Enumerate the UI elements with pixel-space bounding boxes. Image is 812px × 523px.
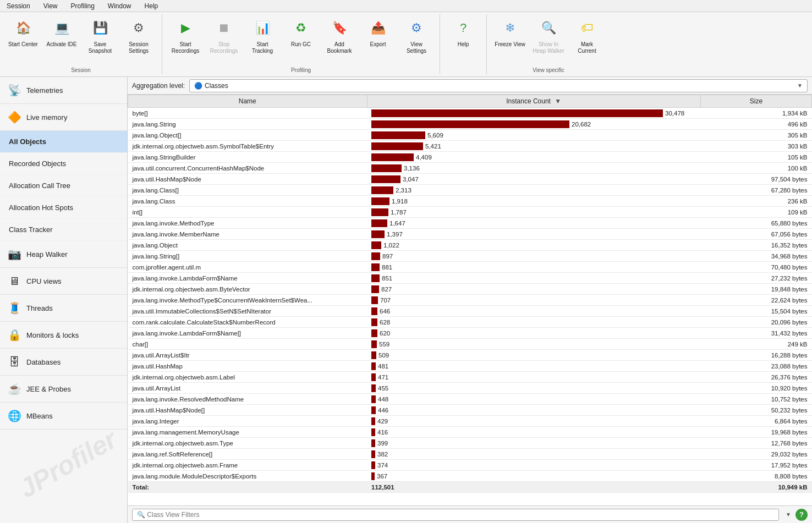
table-row[interactable]: jdk.internal.org.objectweb.asm.Label4712… xyxy=(128,372,812,383)
filter-help-button[interactable]: ? xyxy=(795,509,808,521)
menu-item-help[interactable]: Help xyxy=(142,1,161,11)
mark-current-button[interactable]: 🏷Mark Current xyxy=(568,14,606,64)
sidebar-item-databases[interactable]: 🗄Databases xyxy=(0,349,127,376)
heap-walker-label: Heap Walker xyxy=(26,250,68,258)
sidebar-item-telemetries[interactable]: 📡Telemetries xyxy=(0,77,127,104)
activate-ide-icon: 💻 xyxy=(52,18,72,38)
table-row[interactable]: java.lang.ref.SoftReference[]38229,032 b… xyxy=(128,449,812,460)
cell-count-32: 374 xyxy=(367,460,700,471)
menu-item-view[interactable]: View xyxy=(41,1,60,11)
sidebar-item-allocation-hot-spots[interactable]: Allocation Hot Spots xyxy=(0,197,127,219)
sidebar-item-all-objects[interactable]: All Objects xyxy=(0,131,127,153)
table-row[interactable]: java.util.concurrent.ConcurrentHashMap$N… xyxy=(128,163,812,174)
table-row[interactable]: java.lang.invoke.MethodType$ConcurrentWe… xyxy=(128,295,812,306)
content-area: Aggregation level: 🔵 Classes ▼ Name Inst… xyxy=(128,77,812,523)
aggregation-label: Aggregation level: xyxy=(132,82,185,90)
sidebar-item-live-memory[interactable]: 🔶Live memory xyxy=(0,104,127,131)
sidebar-item-jee-probes[interactable]: ☕JEE & Probes xyxy=(0,376,127,403)
freeze-view-button[interactable]: ❄Freeze View xyxy=(491,14,529,64)
run-gc-button[interactable]: ♻Run GC xyxy=(282,14,320,64)
cell-count-23: 481 xyxy=(367,361,700,372)
cell-size-31: 29,032 bytes xyxy=(700,449,811,460)
cell-size-3: 303 kB xyxy=(700,141,811,152)
activate-ide-button[interactable]: 💻Activate IDE xyxy=(43,14,80,64)
aggregation-dropdown[interactable]: 🔵 Classes ▼ xyxy=(189,79,808,92)
help-button[interactable]: ?Help xyxy=(445,14,482,64)
sidebar-item-mbeans[interactable]: 🌐MBeans xyxy=(0,403,127,430)
table-row[interactable]: java.util.HashMap48123,088 bytes xyxy=(128,361,812,372)
add-bookmark-label: Add Bookmark xyxy=(323,41,355,54)
table-row[interactable]: java.util.ArrayList45510,920 bytes xyxy=(128,383,812,394)
table-row[interactable]: java.lang.invoke.MemberName1,39767,056 b… xyxy=(128,229,812,240)
table-row[interactable]: java.lang.management.MemoryUsage41619,96… xyxy=(128,427,812,438)
table-row[interactable]: java.lang.invoke.MethodType1,64765,880 b… xyxy=(128,218,812,229)
menu-item-profiling[interactable]: Profiling xyxy=(69,1,97,11)
view-settings-button[interactable]: ⚙View Settings xyxy=(398,14,435,64)
sidebar-item-threads[interactable]: 🧵Threads xyxy=(0,295,127,322)
table-row[interactable]: java.util.ImmutableCollections$SetN$SetN… xyxy=(128,306,812,317)
filter-dropdown-arrow[interactable]: ▼ xyxy=(786,511,791,518)
cell-size-6: 97,504 bytes xyxy=(700,174,811,185)
cell-count-3: 5,421 xyxy=(367,141,700,152)
cell-count-31: 382 xyxy=(367,449,700,460)
col-count[interactable]: Instance Count ▼ xyxy=(367,95,700,108)
cell-count-0: 30,478 xyxy=(367,108,700,119)
start-tracking-button[interactable]: 📊Start Tracking xyxy=(244,14,281,64)
table-row[interactable]: jdk.internal.org.objectweb.asm.SymbolTab… xyxy=(128,141,812,152)
cell-count-14: 881 xyxy=(367,262,700,273)
table-row[interactable]: int[]1,787109 kB xyxy=(128,207,812,218)
sidebar-item-recorded-objects[interactable]: Recorded Objects xyxy=(0,153,127,175)
col-size[interactable]: Size xyxy=(700,95,811,108)
start-center-button[interactable]: 🏠Start Center xyxy=(4,14,42,64)
menu-item-session[interactable]: Session xyxy=(4,1,32,11)
cell-count-7: 2,313 xyxy=(367,185,700,196)
all-objects-label: All Objects xyxy=(9,137,46,146)
table-row[interactable]: jdk.internal.org.objectweb.asm.Type39912… xyxy=(128,438,812,449)
cell-size-8: 236 kB xyxy=(700,196,811,207)
col-name[interactable]: Name xyxy=(128,95,367,108)
table-row[interactable]: java.lang.Class[]2,31367,280 bytes xyxy=(128,185,812,196)
cell-name-7: java.lang.Class[] xyxy=(128,185,367,196)
table-row[interactable]: java.lang.invoke.LambdaForm$Name[]62031,… xyxy=(128,328,812,339)
table-row[interactable]: com.jprofiler.agent.util.m88170,480 byte… xyxy=(128,262,812,273)
sidebar-item-class-tracker[interactable]: Class Tracker xyxy=(0,219,127,241)
table-row[interactable]: java.lang.Object1,02216,352 bytes xyxy=(128,240,812,251)
table-row[interactable]: java.lang.StringBuilder4,409105 kB xyxy=(128,152,812,163)
table-row[interactable]: java.lang.String20,682496 kB xyxy=(128,119,812,130)
sidebar-item-monitors-locks[interactable]: 🔒Monitors & locks xyxy=(0,322,127,349)
table-row[interactable]: char[]559249 kB xyxy=(128,339,812,350)
start-recordings-button[interactable]: ▶Start Recordings xyxy=(167,14,204,64)
save-snapshot-button[interactable]: 💾Save Snapshot xyxy=(81,14,119,64)
table-row[interactable]: java.lang.invoke.LambdaForm$Name85127,23… xyxy=(128,273,812,284)
table-row[interactable]: java.lang.Class1,918236 kB xyxy=(128,196,812,207)
cell-size-5: 100 kB xyxy=(700,163,811,174)
table-row[interactable]: java.util.HashMap$Node3,04797,504 bytes xyxy=(128,174,812,185)
cell-name-33: java.lang.module.ModuleDescriptor$Export… xyxy=(128,471,367,482)
sidebar-item-cpu-views[interactable]: 🖥CPU views xyxy=(0,268,127,295)
table-row[interactable]: java.lang.invoke.ResolvedMethodName44810… xyxy=(128,394,812,405)
cell-size-26: 10,752 bytes xyxy=(700,394,811,405)
table-row[interactable]: java.lang.Object[]5,609305 kB xyxy=(128,130,812,141)
table-row[interactable]: jdk.internal.org.objectweb.asm.ByteVecto… xyxy=(128,284,812,295)
add-bookmark-button[interactable]: 🔖Add Bookmark xyxy=(321,14,358,64)
session-settings-button[interactable]: ⚙Session Settings xyxy=(120,14,157,64)
table-row[interactable]: java.util.HashMap$Node[]44650,232 bytes xyxy=(128,405,812,416)
menu-item-window[interactable]: Window xyxy=(106,1,134,11)
aggregation-value: Classes xyxy=(205,82,228,90)
table-row[interactable]: java.lang.Integer4296,864 bytes xyxy=(128,416,812,427)
sidebar-item-allocation-call-tree[interactable]: Allocation Call Tree xyxy=(0,175,127,197)
aggregation-bar: Aggregation level: 🔵 Classes ▼ xyxy=(128,77,812,95)
export-button[interactable]: 📤Export xyxy=(359,14,397,64)
filter-input[interactable] xyxy=(132,509,779,521)
cell-count-10: 1,647 xyxy=(367,218,700,229)
sidebar-item-heap-walker[interactable]: 📷Heap Walker xyxy=(0,241,127,268)
cell-size-9: 109 kB xyxy=(700,207,811,218)
table-row[interactable]: java.util.ArrayList$Itr50916,288 bytes xyxy=(128,350,812,361)
table-row[interactable]: java.lang.String[]89734,968 bytes xyxy=(128,251,812,262)
cell-count-17: 707 xyxy=(367,295,700,306)
table-row[interactable]: byte[]30,4781,934 kB xyxy=(128,108,812,119)
table-row[interactable]: java.lang.module.ModuleDescriptor$Export… xyxy=(128,471,812,482)
table-row[interactable]: jdk.internal.org.objectweb.asm.Frame3741… xyxy=(128,460,812,471)
session-settings-label: Session Settings xyxy=(123,41,155,54)
table-row[interactable]: com.rank.calculate.CalculateStack$Number… xyxy=(128,317,812,328)
